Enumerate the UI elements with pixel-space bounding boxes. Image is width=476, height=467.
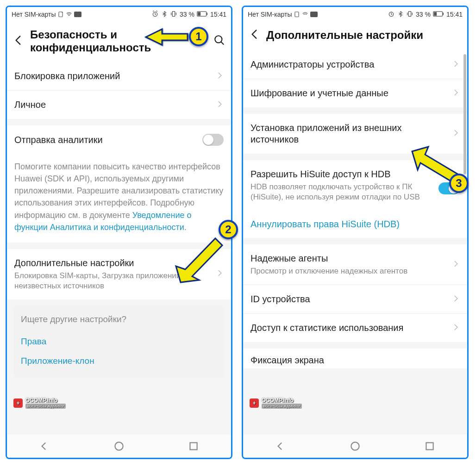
chevron-right-icon [451,88,460,99]
watermark: + OCOMP.info ВОПРОСЫ АДМИНУ [13,397,66,409]
row-usage-stats[interactable]: Доступ к статистике использования [243,314,467,342]
link-permissions[interactable]: Права [21,332,217,351]
row-app-lock-label: Блокировка приложений [14,70,211,82]
row-analytics[interactable]: Отправка аналитики [7,125,231,154]
scrollbar[interactable] [463,54,466,174]
page-title: Безопасность и конфиденциальность [30,28,208,54]
row-analytics-label: Отправка аналитики [14,134,198,146]
chevron-right-icon [215,71,224,81]
help-text-body: Помогите компании повысить качество инте… [14,162,223,219]
svg-rect-9 [295,12,299,17]
battery-icon [197,11,208,18]
phone-screen-advanced: Нет SIM-карты 33 % 15:41 Дополнительные … [242,6,469,459]
wifi-icon [66,11,72,18]
status-bar: Нет SIM-карты 33 % 15:41 [7,7,231,22]
svg-rect-4 [198,12,200,16]
analytics-toggle[interactable] [202,134,224,146]
svg-point-7 [115,442,123,450]
link-app-clone[interactable]: Приложение-клон [21,351,217,371]
analytics-help-text: Помогите компании повысить качество инте… [7,154,231,243]
hdb-toggle[interactable] [438,182,460,194]
row-app-lock[interactable]: Блокировка приложений [7,62,231,91]
row-device-id-label: ID устройства [251,293,447,305]
row-hdb-label: Разрешить HiSuite доступ к HDB [251,168,434,180]
other-settings-card: Ищете другие настройки? Права Приложение… [13,306,225,378]
status-time: 15:41 [446,11,463,18]
bluetooth-icon [161,11,168,19]
row-device-id[interactable]: ID устройства [243,285,467,314]
nav-bar [243,434,467,458]
row-device-admins-label: Администраторы устройства [251,59,447,70]
status-time: 15:41 [210,11,226,18]
watermark-main: OCOMP.info [262,397,302,404]
chevron-right-icon [451,294,460,305]
svg-rect-16 [426,442,433,449]
svg-rect-2 [172,11,175,16]
header: Дополнительные настройки [243,22,467,50]
row-device-admins[interactable]: Администраторы устройства [243,50,467,79]
svg-point-15 [351,442,359,450]
sim-icon [57,11,64,18]
alarm-icon [151,10,159,19]
status-sim-text: Нет SIM-карты [248,11,292,18]
watermark-sub: ВОПРОСЫ АДМИНУ [262,404,302,409]
row-usage-stats-label: Доступ к статистике использования [251,322,447,334]
svg-rect-13 [434,12,437,16]
chevron-right-icon [451,260,460,270]
chevron-right-icon [215,100,224,110]
chevron-right-icon [451,323,460,333]
chevron-right-icon [451,60,460,70]
nav-bar [7,434,231,458]
content-area: Администраторы устройства Шифрование и у… [243,50,467,434]
battery-icon [433,11,444,18]
chevron-right-icon [215,269,224,279]
watermark-sub: ВОПРОСЫ АДМИНУ [25,404,66,409]
nav-back-button[interactable] [270,436,291,456]
nav-back-button[interactable] [34,436,55,456]
row-advanced-sub: Блокировка SIM-карты, Загрузка приложени… [14,271,211,291]
nav-recent-button[interactable] [420,436,440,456]
row-encryption-label: Шифрование и учетные данные [251,87,447,99]
watermark-plus-icon: + [13,399,23,408]
watermark-plus-icon: + [250,399,259,408]
alarm-icon [388,10,395,19]
back-button[interactable] [13,34,25,48]
row-trusted-label: Надежные агенты [251,253,447,264]
carrier-badge-icon [310,12,318,17]
row-install-external-label: Установка приложений из внешних источник… [251,122,447,145]
svg-rect-5 [207,12,207,15]
carrier-badge-icon [74,12,81,17]
svg-rect-11 [408,11,411,16]
svg-rect-0 [59,12,63,17]
page-title: Дополнительные настройки [266,29,462,42]
row-screen-pinning-cut[interactable]: Фиксация экрана [243,349,467,368]
row-personal[interactable]: Личное [7,91,231,119]
battery-percent: 33 % [180,11,194,18]
row-hdb[interactable]: Разрешить HiSuite доступ к HDB HDB позво… [243,160,467,211]
nav-home-button[interactable] [109,436,129,456]
svg-rect-8 [190,442,197,449]
row-revoke-hisuite[interactable]: Аннулировать права HiSuite (HDB) [243,211,467,238]
header: Безопасность и конфиденциальность [7,22,231,62]
nav-home-button[interactable] [345,436,365,456]
content-area: Блокировка приложений Личное Отправка ан… [7,62,231,434]
phone-screen-security: Нет SIM-карты 33 % 15:41 [6,6,232,459]
status-sim-text: Нет SIM-карты [12,11,56,18]
vibrate-icon [170,10,177,19]
battery-percent: 33 % [416,11,431,18]
search-button[interactable] [213,34,225,48]
row-trusted-agents[interactable]: Надежные агенты Просмотр и отключение на… [243,244,467,285]
row-encryption[interactable]: Шифрование и учетные данные [243,79,467,107]
row-personal-label: Личное [14,99,211,111]
status-bar: Нет SIM-карты 33 % 15:41 [243,7,467,22]
back-button[interactable] [249,28,261,42]
bluetooth-icon [397,11,404,19]
help-text-period: . [184,223,187,232]
nav-recent-button[interactable] [183,436,204,456]
row-advanced-settings[interactable]: Дополнительные настройки Блокировка SIM-… [7,249,231,299]
watermark-main: OCOMP.info [25,397,66,404]
chevron-right-icon [451,129,460,139]
row-install-external[interactable]: Установка приложений из внешних источник… [243,114,467,154]
wifi-icon [302,11,308,18]
watermark: + OCOMP.info ВОПРОСЫ АДМИНУ [250,397,302,409]
